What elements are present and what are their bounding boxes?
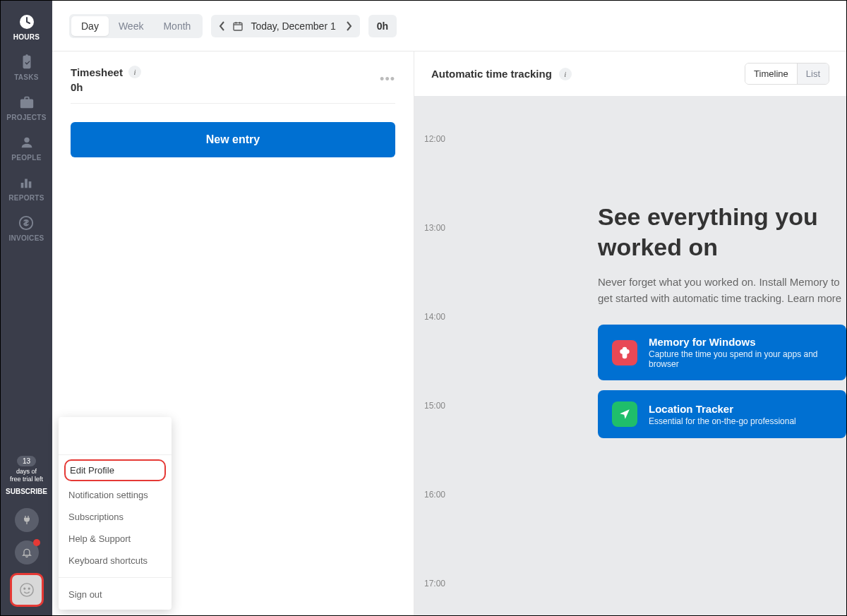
view-timeline[interactable]: Timeline	[745, 64, 798, 84]
profile-button[interactable]	[10, 573, 44, 607]
menu-subscriptions[interactable]: Subscriptions	[59, 506, 172, 528]
download-title: Memory for Windows	[649, 336, 832, 348]
download-location-card[interactable]: Location Tracker Essential for the on-th…	[598, 390, 846, 438]
trial-text1: days of	[6, 468, 48, 476]
download-sub: Capture the time you spend in your apps …	[649, 349, 832, 369]
person-icon	[18, 134, 35, 151]
menu-help-support[interactable]: Help & Support	[59, 528, 172, 550]
sidebar-label: REPORTS	[8, 194, 44, 202]
sidebar-item-projects[interactable]: PROJECTS	[6, 94, 46, 121]
promo-heading: See everything you worked on	[598, 202, 846, 262]
sidebar-label: INVOICES	[8, 234, 44, 242]
dollar-icon	[18, 215, 35, 231]
clipboard-icon	[18, 54, 35, 71]
menu-divider	[59, 577, 172, 578]
briefcase-icon	[18, 94, 35, 111]
time-label: 12:00	[424, 134, 445, 144]
date-label[interactable]: Today, December 1	[246, 20, 340, 32]
new-entry-button[interactable]: New entry	[71, 122, 395, 157]
download-memory-card[interactable]: Memory for Windows Capture the time you …	[598, 325, 846, 380]
sidebar-label: HOURS	[13, 33, 40, 41]
chevron-right-icon	[345, 21, 352, 31]
timeline: 12:00 13:00 14:00 15:00 16:00 17:00 See …	[414, 96, 846, 615]
avatar-icon	[13, 576, 40, 603]
sidebar-label: PROJECTS	[6, 114, 46, 121]
calendar-icon	[232, 20, 244, 32]
more-menu-button[interactable]: •••	[380, 72, 395, 87]
sidebar-item-reports[interactable]: REPORTS	[8, 174, 44, 202]
svg-rect-3	[25, 179, 28, 188]
sidebar-item-hours[interactable]: HOURS	[13, 13, 40, 41]
next-day-button[interactable]	[342, 18, 356, 35]
location-icon	[612, 401, 637, 427]
tracking-title: Automatic time tracking	[431, 68, 552, 80]
timesheet-title: Timesheet	[71, 66, 123, 78]
sidebar-item-invoices[interactable]: INVOICES	[8, 215, 44, 242]
time-label: 15:00	[424, 401, 445, 411]
sidebar-item-people[interactable]: PEOPLE	[11, 134, 41, 162]
sidebar-label: PEOPLE	[11, 154, 41, 162]
memory-icon	[612, 340, 637, 366]
svg-rect-9	[234, 23, 242, 30]
download-sub: Essential for the on-the-go professional	[649, 416, 796, 426]
menu-keyboard-shortcuts[interactable]: Keyboard shortcuts	[59, 550, 172, 572]
menu-notification-settings[interactable]: Notification settings	[59, 484, 172, 506]
svg-rect-4	[29, 181, 32, 188]
timesheet-header: Timesheet i 0h •••	[71, 66, 395, 104]
sidebar-label: TASKS	[14, 73, 39, 81]
time-label: 16:00	[424, 490, 445, 500]
profile-menu: Edit Profile Notification settings Subsc…	[59, 417, 172, 610]
svg-point-8	[28, 588, 30, 589]
plug-button[interactable]	[15, 508, 39, 532]
menu-sign-out[interactable]: Sign out	[59, 584, 172, 610]
svg-point-7	[23, 588, 25, 589]
info-icon[interactable]: i	[128, 66, 141, 78]
bell-icon	[21, 547, 32, 558]
profile-menu-header	[59, 427, 172, 455]
view-list[interactable]: List	[798, 64, 829, 84]
view-week[interactable]: Week	[109, 16, 154, 36]
view-month[interactable]: Month	[153, 16, 200, 36]
tracking-panel: Automatic time tracking i Timeline List …	[414, 52, 846, 615]
subscribe-link[interactable]: SUBSCRIBE	[6, 488, 47, 495]
svg-rect-2	[21, 183, 24, 188]
promo-card: See everything you worked on Never forge…	[598, 202, 846, 448]
sidebar: HOURS TASKS PROJECTS PEOPLE REPORTS INVO…	[1, 1, 52, 615]
notification-dot	[33, 539, 40, 546]
trial-badge[interactable]: 13 days of free trial left	[6, 454, 48, 483]
menu-edit-profile[interactable]: Edit Profile	[64, 459, 166, 481]
total-hours-badge: 0h	[368, 15, 397, 37]
prev-day-button[interactable]	[215, 18, 229, 35]
toolbar: Day Week Month Today, December 1 0h	[52, 1, 846, 52]
plug-icon	[21, 514, 32, 526]
tracking-header: Automatic time tracking i Timeline List	[414, 52, 846, 96]
time-label: 14:00	[424, 312, 445, 322]
calendar-button[interactable]	[231, 20, 245, 32]
time-label: 13:00	[424, 223, 445, 233]
chevron-left-icon	[219, 21, 226, 31]
clock-icon	[18, 13, 35, 30]
trial-text2: free trial left	[6, 476, 48, 483]
date-nav: Today, December 1	[211, 15, 359, 37]
bar-chart-icon	[18, 174, 35, 191]
trial-days: 13	[17, 456, 36, 466]
svg-point-6	[20, 584, 32, 596]
promo-subtext: Never forget what you worked on. Install…	[598, 274, 846, 306]
sidebar-bottom: 13 days of free trial left SUBSCRIBE	[6, 454, 48, 615]
time-label: 17:00	[424, 579, 445, 588]
info-icon[interactable]: i	[559, 68, 572, 80]
svg-point-1	[24, 138, 29, 143]
notifications-button[interactable]	[15, 540, 39, 564]
sidebar-item-tasks[interactable]: TASKS	[14, 54, 39, 81]
timesheet-hours: 0h	[71, 81, 141, 93]
view-day[interactable]: Day	[71, 16, 109, 36]
download-title: Location Tracker	[649, 403, 796, 415]
tracking-view-switch: Timeline List	[745, 63, 829, 85]
view-switch: Day Week Month	[69, 14, 203, 38]
